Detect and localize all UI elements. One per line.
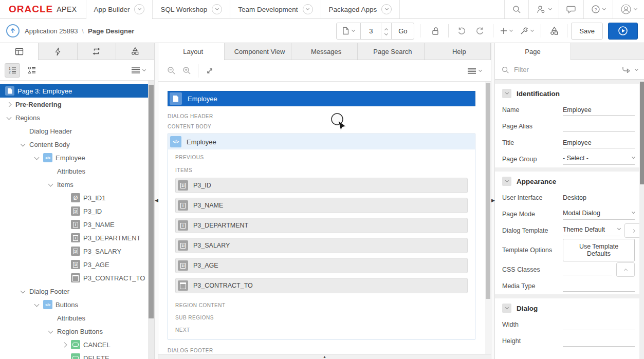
right-splitter[interactable]: ▶ <box>491 43 495 359</box>
center-tab[interactable]: Component View <box>225 43 291 60</box>
tree-item-employee-region[interactable]: Employee <box>0 151 154 164</box>
tree-item-p3-id1[interactable]: P3_ID1 <box>0 191 154 204</box>
order-by-sequence-button[interactable]: 12 <box>5 63 20 78</box>
chevron-down-icon[interactable] <box>635 67 638 70</box>
tab-page-shared-components[interactable] <box>116 43 154 60</box>
search-button[interactable] <box>504 0 528 18</box>
tree-chevron[interactable] <box>47 330 54 333</box>
expand-all-button[interactable] <box>202 64 217 78</box>
tree-chevron[interactable] <box>61 343 68 347</box>
collapse-section-button[interactable] <box>502 89 511 98</box>
layout-item[interactable]: P3_NAME <box>175 198 468 213</box>
text-input[interactable] <box>563 121 635 132</box>
go-to-group-icon[interactable] <box>622 66 631 73</box>
tree-chevron[interactable] <box>33 157 40 159</box>
tree-chevron[interactable] <box>19 290 26 293</box>
tree-item-dialog-footer[interactable]: Dialog Footer <box>0 285 154 298</box>
shared-components-button[interactable] <box>545 23 563 40</box>
select-input[interactable]: Modal Dialog <box>563 209 635 220</box>
tree-chevron[interactable] <box>5 103 12 106</box>
tree-item-attributes[interactable]: Attributes <box>0 164 154 178</box>
tab-dynamic-actions[interactable] <box>39 43 77 60</box>
canvas-scrollbar-thumb[interactable] <box>486 83 490 299</box>
user-account-menu-button[interactable] <box>613 0 644 18</box>
create-menu-button[interactable] <box>497 23 516 40</box>
filter-input[interactable] <box>514 66 617 73</box>
employee-region-header[interactable]: </> Employee <box>168 134 475 149</box>
page-number-input[interactable]: 3 <box>360 23 381 39</box>
tree-scrollbar-thumb[interactable] <box>149 85 154 318</box>
collapse-section-button[interactable] <box>502 177 511 186</box>
tab-processing[interactable] <box>78 43 116 60</box>
zoom-in-button[interactable] <box>179 64 194 78</box>
utilities-menu-button[interactable] <box>516 23 537 40</box>
use-template-defaults-button[interactable]: Use Template Defaults <box>563 239 635 261</box>
tree-item-pre-rendering[interactable]: Pre-Rendering <box>0 98 154 111</box>
inspector-scrollbar-thumb[interactable] <box>640 82 644 184</box>
tree-chevron[interactable] <box>19 143 26 146</box>
tree-menu-button[interactable] <box>132 67 150 73</box>
tree-item-content-body[interactable]: Content Body <box>0 138 154 151</box>
undo-button[interactable] <box>452 23 471 40</box>
center-tab[interactable]: Help <box>425 43 491 60</box>
up-level-button[interactable] <box>6 24 20 37</box>
tree-item-p3-contract-to[interactable]: P3_CONTRACT_TO <box>0 271 154 285</box>
tree-item-p3-salary[interactable]: P3_SALARY <box>0 244 154 258</box>
nav-tab[interactable]: SQL Workshop <box>153 0 230 18</box>
tab-page[interactable]: Page <box>495 43 571 60</box>
layout-item[interactable]: P3_CONTRACT_TO <box>175 278 468 293</box>
select-input[interactable]: - Select - <box>563 154 635 165</box>
tree-item-cancel-button[interactable]: CANCEL <box>0 338 154 351</box>
group-by-type-button[interactable] <box>24 63 40 78</box>
tree-item-p3-name[interactable]: P3_NAME <box>0 218 154 231</box>
help-menu-button[interactable]: ? <box>583 0 613 18</box>
feedback-button[interactable] <box>559 0 583 18</box>
text-input[interactable] <box>563 319 635 330</box>
tree-item-page-3-employee[interactable]: Page 3: Employee <box>0 84 154 98</box>
nav-tab[interactable]: App Builder <box>86 0 153 18</box>
tree-item-p3-id[interactable]: P3_ID <box>0 204 154 218</box>
page-lock-button[interactable] <box>426 23 445 40</box>
administration-menu-button[interactable] <box>528 0 559 18</box>
tree-item-region-buttons[interactable]: Region Buttons <box>0 325 154 338</box>
center-tab[interactable]: Layout <box>158 43 225 60</box>
left-splitter[interactable]: ◀ <box>154 43 158 359</box>
tree-item-p3-department[interactable]: P3_DEPARTMENT <box>0 231 154 244</box>
page-number-spinner[interactable] <box>381 23 391 39</box>
breadcrumb-application[interactable]: Application 25893 <box>25 27 78 35</box>
expand-editor-button[interactable] <box>616 262 635 277</box>
tree-item-regions[interactable]: Regions <box>0 111 154 124</box>
text-input[interactable] <box>563 281 635 292</box>
center-tab[interactable]: Page Search <box>358 43 424 60</box>
tree-item-delete-button[interactable]: DELETE <box>0 351 154 359</box>
layout-item[interactable]: P3_SALARY <box>175 238 468 253</box>
nav-tab[interactable]: Packaged Apps <box>321 0 400 18</box>
collapse-right-icon[interactable]: ▶ <box>491 198 495 203</box>
nav-tab[interactable]: Team Development <box>230 0 321 18</box>
tree-item-attributes-2[interactable]: Attributes <box>0 311 154 325</box>
text-input[interactable] <box>563 264 612 275</box>
run-page-button[interactable] <box>608 23 638 40</box>
tree-item-p3-age[interactable]: P3_AGE <box>0 258 154 271</box>
layout-item[interactable]: P3_AGE <box>175 258 468 273</box>
save-button[interactable]: Save <box>571 23 603 40</box>
layout-item[interactable]: P3_DEPARTMENT <box>175 218 468 233</box>
tree-chevron[interactable] <box>33 304 40 306</box>
tree-chevron[interactable] <box>5 117 12 119</box>
zoom-out-button[interactable] <box>163 64 179 78</box>
layout-menu-button[interactable] <box>468 68 486 74</box>
page-region-header[interactable]: Employee <box>168 91 475 106</box>
tree-item-dialog-header[interactable]: Dialog Header <box>0 124 154 138</box>
center-tab[interactable]: Messages <box>291 43 358 60</box>
bottom-splitter[interactable]: ▲ <box>158 354 491 359</box>
go-button[interactable]: Go <box>391 23 414 39</box>
tree-item-buttons-region[interactable]: Buttons <box>0 298 154 311</box>
tree-chevron[interactable] <box>47 183 54 186</box>
page-finder-button[interactable] <box>337 23 360 39</box>
text-input[interactable]: Employee <box>563 138 635 148</box>
collapse-section-button[interactable] <box>502 304 511 313</box>
text-input[interactable]: Employee <box>563 105 635 116</box>
collapse-left-icon[interactable]: ◀ <box>155 198 158 203</box>
tab-rendering[interactable] <box>0 43 39 60</box>
tree-item-items[interactable]: Items <box>0 178 154 191</box>
